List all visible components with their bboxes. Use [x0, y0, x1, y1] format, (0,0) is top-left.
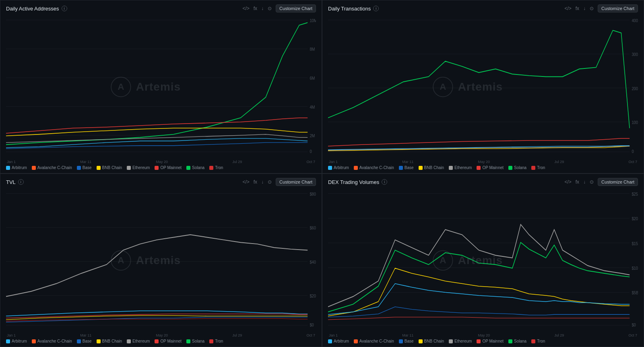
svg-text:$20B: $20B	[310, 293, 316, 298]
svg-text:8M: 8M	[310, 47, 315, 52]
chart-svg-2: 400M 300M 200M 100M 0	[328, 15, 638, 159]
svg-text:$25B: $25B	[632, 192, 638, 196]
fx-icon-2[interactable]: fx	[576, 6, 579, 11]
camera-icon-1[interactable]: ⊙	[268, 6, 272, 11]
svg-text:$40B: $40B	[310, 260, 316, 264]
code-icon-1[interactable]: </>	[242, 6, 249, 11]
customize-btn-3[interactable]: Customize Chart	[276, 178, 316, 186]
legend-item-bnb-1: BNB Chain	[97, 165, 122, 170]
chart-title-4: DEX Trading Volumes	[328, 179, 379, 185]
svg-text:400M: 400M	[632, 18, 638, 23]
svg-text:100M: 100M	[632, 120, 638, 125]
svg-text:4M: 4M	[310, 105, 315, 109]
legend-item-solana-4: Solana	[508, 339, 526, 343]
legend-item-tron-3: Tron	[209, 339, 223, 343]
fx-icon-3[interactable]: fx	[254, 179, 257, 185]
legend-item-base-4: Base	[399, 339, 414, 343]
svg-text:$15B: $15B	[632, 241, 638, 246]
x-axis-1: Jan 1 Mar 11 May 20 Jul 29 Oct 7	[6, 160, 316, 164]
customize-btn-4[interactable]: Customize Chart	[598, 178, 638, 186]
toolbar-4: </> fx ↓ ⊙ Customize Chart	[564, 178, 638, 186]
chart-svg-3: $80B $60B $40B $20B $0	[6, 188, 316, 333]
code-icon-4[interactable]: </>	[564, 179, 571, 185]
panel-dex-volumes: DEX Trading Volumes i </> fx ↓ ⊙ Customi…	[322, 174, 644, 347]
info-icon-4[interactable]: i	[382, 179, 387, 185]
code-icon-2[interactable]: </>	[564, 6, 571, 11]
legend-item-tron-1: Tron	[209, 165, 223, 170]
svg-text:6M: 6M	[310, 76, 315, 81]
legend-2: Arbitrum Avalanche C-Chain Base BNB Chai…	[328, 165, 638, 170]
legend-item-tron-2: Tron	[531, 165, 545, 170]
svg-text:2M: 2M	[310, 133, 315, 138]
chart-title-3: TVL	[6, 179, 16, 185]
legend-item-op-1: OP Mainnet	[155, 165, 182, 170]
legend-item-ethereum-4: Ethereum	[449, 339, 472, 343]
panel-tvl: TVL i </> fx ↓ ⊙ Customize Chart A Artem…	[0, 174, 322, 347]
chart-area-4: A Artemis $25B $20B $15B $10B $5B $0	[328, 188, 638, 333]
svg-text:$10B: $10B	[632, 266, 638, 271]
svg-text:$0: $0	[310, 322, 314, 327]
toolbar-1: </> fx ↓ ⊙ Customize Chart	[242, 4, 316, 12]
customize-btn-1[interactable]: Customize Chart	[276, 4, 316, 12]
chart-header-2: Daily Transactions i </> fx ↓ ⊙ Customiz…	[328, 4, 638, 12]
fx-icon-1[interactable]: fx	[254, 6, 257, 11]
legend-3: Arbitrum Avalanche C-Chain Base BNB Chai…	[6, 339, 316, 343]
legend-item-op-3: OP Mainnet	[155, 339, 182, 343]
svg-text:$60B: $60B	[310, 225, 316, 230]
info-icon-2[interactable]: i	[373, 6, 379, 11]
legend-item-ethereum-1: Ethereum	[127, 165, 150, 170]
camera-icon-2[interactable]: ⊙	[590, 6, 594, 11]
panel-daily-transactions: Daily Transactions i </> fx ↓ ⊙ Customiz…	[322, 0, 644, 174]
legend-item-op-4: OP Mainnet	[477, 339, 504, 343]
legend-item-avalanche-2: Avalanche C-Chain	[354, 165, 394, 170]
x-axis-2: Jan 1 Mar 11 May 20 Jul 29 Oct 7	[328, 160, 638, 164]
legend-item-bnb-3: BNB Chain	[97, 339, 122, 343]
svg-text:$5B: $5B	[632, 291, 638, 295]
legend-1: Arbitrum Avalanche C-Chain Base BNB Chai…	[6, 165, 316, 170]
legend-item-avalanche-4: Avalanche C-Chain	[354, 339, 394, 343]
toolbar-3: </> fx ↓ ⊙ Customize Chart	[242, 178, 316, 186]
camera-icon-3[interactable]: ⊙	[268, 179, 272, 185]
panel-daily-active-addresses: Daily Active Addresses i </> fx ↓ ⊙ Cust…	[0, 0, 322, 174]
download-icon-2[interactable]: ↓	[583, 6, 586, 11]
info-icon-3[interactable]: i	[18, 179, 24, 185]
svg-text:200M: 200M	[632, 86, 638, 91]
title-area-4: DEX Trading Volumes i	[328, 179, 387, 185]
code-icon-3[interactable]: </>	[242, 179, 249, 185]
legend-item-arbitrum-4: Arbitrum	[328, 339, 349, 343]
chart-area-3: A Artemis $80B $60B $40B $20B $0	[6, 188, 316, 333]
chart-svg-4: $25B $20B $15B $10B $5B $0	[328, 188, 638, 333]
legend-item-base-1: Base	[77, 165, 92, 170]
chart-header-4: DEX Trading Volumes i </> fx ↓ ⊙ Customi…	[328, 178, 638, 186]
chart-title-2: Daily Transactions	[328, 6, 371, 12]
title-area-3: TVL i	[6, 179, 24, 185]
download-icon-4[interactable]: ↓	[583, 179, 586, 185]
toolbar-2: </> fx ↓ ⊙ Customize Chart	[564, 4, 638, 12]
svg-text:10M: 10M	[310, 18, 316, 23]
legend-item-arbitrum-1: Arbitrum	[6, 165, 27, 170]
legend-item-avalanche-3: Avalanche C-Chain	[32, 339, 72, 343]
legend-item-avalanche-1: Avalanche C-Chain	[32, 165, 72, 170]
legend-item-arbitrum-2: Arbitrum	[328, 165, 349, 170]
legend-item-arbitrum-3: Arbitrum	[6, 339, 27, 343]
customize-btn-2[interactable]: Customize Chart	[598, 4, 638, 12]
legend-item-solana-2: Solana	[508, 165, 526, 170]
svg-text:$80B: $80B	[310, 192, 316, 196]
download-icon-3[interactable]: ↓	[261, 179, 264, 185]
legend-item-ethereum-2: Ethereum	[449, 165, 472, 170]
info-icon-1[interactable]: i	[62, 6, 67, 11]
download-icon-1[interactable]: ↓	[261, 6, 264, 11]
legend-item-base-3: Base	[77, 339, 92, 343]
svg-text:$20B: $20B	[632, 216, 638, 221]
title-area-1: Daily Active Addresses i	[6, 6, 67, 12]
legend-item-bnb-4: BNB Chain	[419, 339, 444, 343]
chart-title-1: Daily Active Addresses	[6, 6, 59, 12]
legend-4: Arbitrum Avalanche C-Chain Base BNB Chai…	[328, 339, 638, 343]
svg-text:0: 0	[632, 149, 634, 154]
chart-area-1: A Artemis 10M 8M 6M 4M 2M 0	[6, 15, 316, 159]
legend-item-bnb-2: BNB Chain	[419, 165, 444, 170]
camera-icon-4[interactable]: ⊙	[590, 179, 594, 185]
fx-icon-4[interactable]: fx	[576, 179, 579, 185]
chart-header-3: TVL i </> fx ↓ ⊙ Customize Chart	[6, 178, 316, 186]
legend-item-solana-3: Solana	[186, 339, 204, 343]
